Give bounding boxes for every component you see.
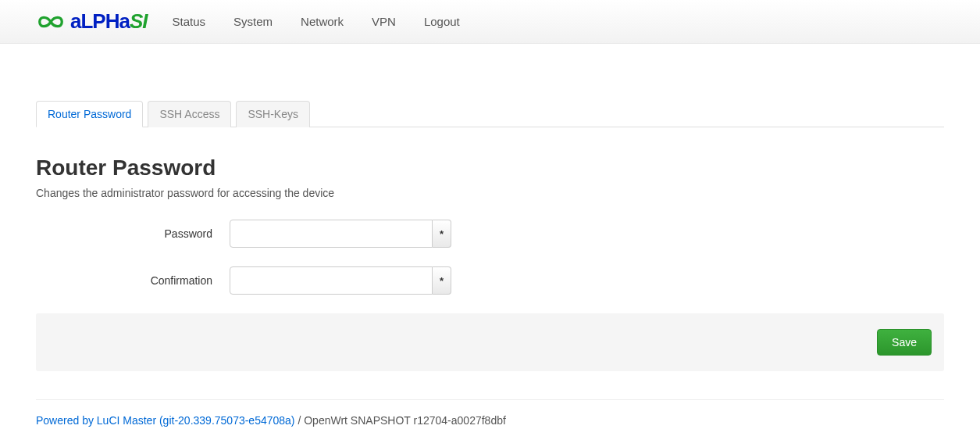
tab-ssh-access[interactable]: SSH Access xyxy=(148,101,231,127)
password-input[interactable] xyxy=(230,220,433,248)
footer: Powered by LuCI Master (git-20.339.75073… xyxy=(36,399,944,427)
nav-item-network[interactable]: Network xyxy=(301,15,344,28)
form-row-password: Password * xyxy=(36,220,944,248)
form-row-confirmation: Confirmation * xyxy=(36,266,944,295)
main-container: Router Password SSH Access SSH-Keys Rout… xyxy=(0,100,980,427)
footer-separator: / xyxy=(295,414,305,427)
page-title: Router Password xyxy=(36,156,944,181)
password-reveal-button[interactable]: * xyxy=(433,220,451,248)
password-input-group: * xyxy=(230,220,451,248)
nav-items: Status System Network VPN Logout xyxy=(173,15,460,28)
confirmation-input[interactable] xyxy=(230,266,433,295)
actions-bar: Save xyxy=(36,313,944,371)
save-button[interactable]: Save xyxy=(877,329,932,356)
confirmation-input-group: * xyxy=(230,266,451,295)
navbar: aLPHaSI Status System Network VPN Logout xyxy=(0,0,980,44)
nav-item-status[interactable]: Status xyxy=(173,15,206,28)
tabs: Router Password SSH Access SSH-Keys xyxy=(36,100,944,127)
page-description: Changes the administrator password for a… xyxy=(36,187,944,199)
footer-link[interactable]: Powered by LuCI Master (git-20.339.75073… xyxy=(36,414,295,427)
confirmation-reveal-button[interactable]: * xyxy=(433,266,451,295)
logo-icon xyxy=(36,11,66,33)
nav-item-vpn[interactable]: VPN xyxy=(372,15,396,28)
tab-router-password[interactable]: Router Password xyxy=(36,101,143,127)
tab-ssh-keys[interactable]: SSH-Keys xyxy=(236,101,310,127)
logo[interactable]: aLPHaSI xyxy=(36,9,148,34)
nav-item-logout[interactable]: Logout xyxy=(424,15,460,28)
logo-text: aLPHaSI xyxy=(70,9,148,34)
password-label: Password xyxy=(36,227,230,240)
confirmation-label: Confirmation xyxy=(36,274,230,287)
nav-item-system[interactable]: System xyxy=(233,15,273,28)
footer-version: OpenWrt SNAPSHOT r12704-a0027f8dbf xyxy=(304,414,506,427)
